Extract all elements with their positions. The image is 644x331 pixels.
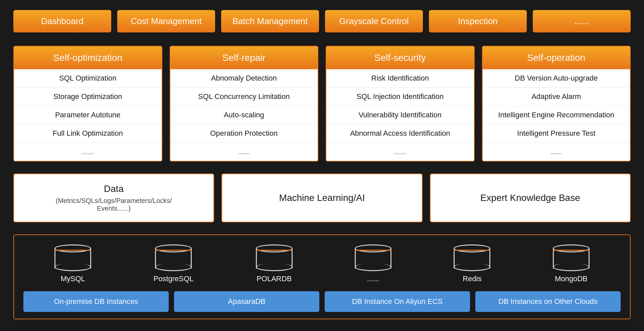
- cyl-stripe-2: [256, 250, 293, 253]
- db-item-1: PostgreSQL: [154, 244, 194, 283]
- self-card-row-1-4: ......: [170, 143, 318, 161]
- db-label-5: MongoDB: [555, 274, 588, 283]
- nav-button-1[interactable]: Cost Management: [117, 10, 215, 32]
- cyl-stripe-4: [454, 250, 490, 253]
- self-card-0: Self-optimizationSQL OptimizationStorage…: [13, 46, 162, 161]
- db-cylinder-2: [256, 244, 293, 271]
- support-box-1: Machine Learning/AI: [221, 174, 422, 222]
- db-section: MySQLPostgreSQLPOLARDB......RedisMongoDB…: [13, 234, 631, 319]
- self-card-row-3-0: DB Version Auto-upgrade: [483, 69, 630, 88]
- db-label-2: POLARDB: [257, 274, 292, 283]
- db-cylinder-1: [155, 244, 192, 271]
- self-card-title-2: Self-security: [326, 46, 474, 69]
- nav-button-0[interactable]: Dashboard: [13, 10, 111, 32]
- cyl-bottom-3: [355, 263, 391, 271]
- cyl-bottom-5: [553, 263, 590, 271]
- db-bottom-row: On-premise DB InstancesApasaraDBDB Insta…: [23, 291, 621, 312]
- db-label-0: MySQL: [60, 274, 85, 283]
- self-card-body-2: Risk IdentificationSQL Injection Identif…: [326, 69, 474, 161]
- self-card-row-2-3: Abnormal Access Identification: [326, 124, 474, 143]
- cyl-bottom-4: [454, 263, 490, 271]
- support-box-main-0: Data: [104, 184, 124, 194]
- db-bottom-btn-3[interactable]: DB Instances on Other Clouds: [475, 291, 621, 312]
- nav-button-5[interactable]: ......: [533, 10, 631, 32]
- self-card-row-3-3: Intelligent Pressure Test: [483, 124, 630, 143]
- self-card-body-3: DB Version Auto-upgradeAdaptive AlarmInt…: [483, 69, 630, 161]
- self-card-title-1: Self-repair: [170, 46, 318, 69]
- self-card-1: Self-repairAbnomaly DetectionSQL Concurr…: [170, 46, 319, 161]
- self-card-row-2-1: SQL Injection Identification: [326, 88, 474, 106]
- self-card-row-0-1: Storage Optimization: [14, 88, 162, 106]
- self-card-row-3-4: ......: [483, 143, 630, 161]
- db-bottom-btn-1[interactable]: ApasaraDB: [174, 291, 319, 312]
- self-card-row-2-4: ......: [326, 143, 474, 161]
- self-card-2: Self-securityRisk IdentificationSQL Inje…: [326, 46, 475, 161]
- db-cylinder-4: [454, 244, 490, 271]
- self-card-row-1-0: Abnomaly Detection: [170, 69, 318, 88]
- db-bottom-btn-0[interactable]: On-premise DB Instances: [23, 291, 169, 312]
- support-box-2: Expert Knowledge Base: [430, 174, 631, 222]
- db-cylinder-5: [553, 244, 590, 271]
- cyl-bottom-2: [256, 263, 293, 271]
- self-card-row-2-0: Risk Identification: [326, 69, 474, 88]
- db-item-5: MongoDB: [553, 244, 590, 283]
- self-card-row-0-3: Full Link Optimization: [14, 124, 162, 143]
- db-cylinder-3: [355, 244, 391, 271]
- nav-button-2[interactable]: Batch Management: [221, 10, 319, 32]
- cyl-stripe-1: [155, 250, 192, 253]
- top-navigation: DashboardCost ManagementBatch Management…: [13, 10, 631, 32]
- db-bottom-btn-2[interactable]: DB Instance On Aliyun ECS: [325, 291, 470, 312]
- self-card-row-1-3: Operation Protection: [170, 124, 318, 143]
- self-card-title-3: Self-operation: [483, 46, 630, 69]
- self-card-row-0-4: ......: [14, 143, 162, 161]
- db-item-0: MySQL: [54, 244, 91, 283]
- db-item-4: Redis: [454, 244, 490, 283]
- cyl-bottom-0: [54, 263, 91, 271]
- self-card-row-1-1: SQL Concurrency Limitation: [170, 88, 318, 106]
- db-icons-row: MySQLPostgreSQLPOLARDB......RedisMongoDB: [23, 244, 621, 283]
- support-box-sub-0: (Metrics/SQLs/Logs/Parameters/Locks/ Eve…: [56, 197, 172, 212]
- self-card-row-0-0: SQL Optimization: [14, 69, 162, 88]
- db-label-3: ......: [367, 274, 379, 283]
- self-card-body-1: Abnomaly DetectionSQL Concurrency Limita…: [170, 69, 318, 161]
- cyl-stripe-0: [54, 250, 91, 253]
- support-box-main-2: Expert Knowledge Base: [480, 193, 580, 203]
- db-item-3: ......: [355, 244, 391, 283]
- db-item-2: POLARDB: [256, 244, 293, 283]
- cyl-stripe-5: [553, 250, 590, 253]
- support-box-0: Data(Metrics/SQLs/Logs/Parameters/Locks/…: [13, 174, 214, 222]
- self-card-row-3-2: Intelligent Engine Recommendation: [483, 106, 630, 124]
- nav-button-4[interactable]: Inspection: [429, 10, 527, 32]
- cyl-stripe-3: [355, 250, 391, 253]
- nav-button-3[interactable]: Grayscale Control: [325, 10, 423, 32]
- self-section: Self-optimizationSQL OptimizationStorage…: [13, 46, 631, 161]
- db-label-4: Redis: [463, 274, 481, 283]
- db-label-1: PostgreSQL: [154, 274, 194, 283]
- cyl-bottom-1: [155, 263, 192, 271]
- db-cylinder-0: [54, 244, 91, 271]
- self-card-body-0: SQL OptimizationStorage OptimizationPara…: [14, 69, 162, 161]
- self-card-title-0: Self-optimization: [14, 46, 162, 69]
- support-box-main-1: Machine Learning/AI: [279, 193, 365, 203]
- self-card-row-1-2: Auto-scaling: [170, 106, 318, 124]
- self-card-row-0-2: Parameter Autotune: [14, 106, 162, 124]
- support-section: Data(Metrics/SQLs/Logs/Parameters/Locks/…: [13, 174, 631, 222]
- self-card-row-2-2: Vulnerability Identification: [326, 106, 474, 124]
- self-card-3: Self-operationDB Version Auto-upgradeAda…: [482, 46, 631, 161]
- self-card-row-3-1: Adaptive Alarm: [483, 88, 630, 106]
